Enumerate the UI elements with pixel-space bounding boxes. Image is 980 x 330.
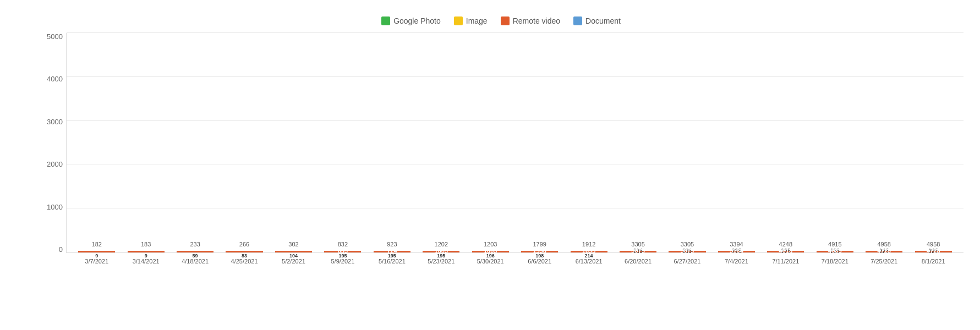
bar-stack: 9183 bbox=[128, 251, 165, 252]
bar-group: 195100312025/23/2021 bbox=[417, 251, 466, 252]
legend-label: Google Photo bbox=[393, 16, 441, 25]
remote-segment bbox=[423, 251, 459, 252]
remote-segment bbox=[620, 251, 656, 252]
bar-group: 91833/14/2021 bbox=[121, 251, 170, 252]
bar-stack: 19510031202 bbox=[423, 251, 459, 252]
bar-top-label: 4915 bbox=[828, 241, 841, 248]
y-axis-label: 2000 bbox=[39, 161, 66, 168]
bar-x-label: 6/20/2021 bbox=[625, 258, 651, 265]
plot-area: 91823/7/202191833/14/2021592334/18/20218… bbox=[66, 33, 963, 253]
bar-group: 225468549157/18/2021 bbox=[811, 251, 859, 252]
legend-label: Image bbox=[466, 16, 488, 25]
bar-stack: 19815961799 bbox=[521, 251, 558, 252]
remote-segment bbox=[767, 251, 804, 252]
y-axis-label: 3000 bbox=[39, 118, 66, 125]
legend-label: Remote video bbox=[513, 16, 560, 25]
bar-x-label: 5/23/2021 bbox=[428, 258, 455, 265]
bar-group: 225401842487/11/2021 bbox=[761, 251, 810, 252]
bar-stack: 22546854915 bbox=[817, 251, 853, 252]
bar-top-label: 3394 bbox=[730, 241, 743, 248]
remote-segment bbox=[177, 251, 213, 252]
remote-segment bbox=[571, 251, 607, 252]
bar-x-label: 3/14/2021 bbox=[133, 258, 160, 265]
bar-x-label: 5/2/2021 bbox=[282, 258, 305, 265]
remote-segment bbox=[817, 251, 853, 252]
legend-swatch bbox=[501, 16, 510, 25]
bar-stack: 22530753305 bbox=[669, 251, 705, 252]
bar-top-label: 302 bbox=[288, 241, 298, 248]
bar-top-label: 3305 bbox=[631, 241, 644, 248]
bar-group: 1957249235/16/2021 bbox=[368, 251, 417, 252]
bar-stack: 195633832 bbox=[324, 251, 361, 252]
bar-top-label: 1203 bbox=[484, 241, 497, 248]
bar-stack: 22531643394 bbox=[718, 251, 755, 252]
bar-group: 225472849588/1/2021 bbox=[908, 251, 957, 252]
remote-segment bbox=[374, 251, 410, 252]
remote-segment bbox=[324, 251, 361, 252]
y-axis-label: 4000 bbox=[39, 75, 66, 82]
bar-stack: 9182 bbox=[78, 251, 115, 252]
bar-x-label: 8/1/2021 bbox=[922, 258, 945, 265]
remote-segment bbox=[718, 251, 755, 252]
legend-item: Document bbox=[573, 16, 621, 25]
legend-item: Google Photo bbox=[381, 16, 441, 25]
y-axis-label: 0 bbox=[39, 246, 66, 253]
bar-group: 592334/18/2021 bbox=[171, 251, 220, 252]
remote-segment bbox=[226, 251, 262, 252]
bar-group: 196100312035/30/2021 bbox=[466, 251, 515, 252]
bar-group: 1956338325/9/2021 bbox=[318, 251, 367, 252]
bar-stack: 83266 bbox=[226, 251, 262, 252]
bar-stack: 59233 bbox=[177, 251, 213, 252]
bar-top-label: 3305 bbox=[681, 241, 694, 248]
bar-top-label: 183 bbox=[141, 241, 151, 248]
bar-stack: 22540184248 bbox=[767, 251, 804, 252]
bar-top-label: 832 bbox=[338, 241, 348, 248]
bar-top-label: 1912 bbox=[582, 241, 595, 248]
bar-x-label: 6/6/2021 bbox=[528, 258, 551, 265]
bar-x-label: 7/18/2021 bbox=[822, 258, 848, 265]
legend-item: Remote video bbox=[501, 16, 560, 25]
bar-x-label: 5/9/2021 bbox=[331, 258, 354, 265]
remote-segment bbox=[128, 251, 165, 252]
remote-segment bbox=[521, 251, 558, 252]
bar-stack: 22530753305 bbox=[620, 251, 656, 252]
bar-group: 225472849587/25/2021 bbox=[859, 251, 908, 252]
bar-top-label: 182 bbox=[92, 241, 102, 248]
legend-swatch bbox=[454, 16, 463, 25]
remote-segment bbox=[78, 251, 115, 252]
y-axis-label: 5000 bbox=[39, 33, 66, 40]
bar-group: 225316433947/4/2021 bbox=[712, 251, 761, 252]
bar-x-label: 5/30/2021 bbox=[477, 258, 504, 265]
legend-swatch bbox=[381, 16, 390, 25]
bar-group: 214169319126/13/2021 bbox=[564, 251, 613, 252]
bar-x-label: 4/18/2021 bbox=[182, 258, 209, 265]
bar-x-label: 6/27/2021 bbox=[674, 258, 701, 265]
bar-group: 225307533056/27/2021 bbox=[663, 251, 711, 252]
y-axis-label: 1000 bbox=[39, 204, 66, 211]
remote-segment bbox=[275, 251, 312, 252]
bar-stack: 19610031203 bbox=[472, 251, 509, 252]
bar-x-label: 7/4/2021 bbox=[725, 258, 748, 265]
bar-group: 832664/25/2021 bbox=[220, 251, 269, 252]
bar-top-label: 4958 bbox=[927, 241, 940, 248]
bar-x-label: 5/16/2021 bbox=[379, 258, 406, 265]
legend-item: Image bbox=[454, 16, 488, 25]
bar-top-label: 1202 bbox=[435, 241, 448, 248]
bar-x-label: 7/11/2021 bbox=[772, 258, 799, 265]
remote-segment bbox=[669, 251, 705, 252]
bar-x-label: 3/7/2021 bbox=[85, 258, 108, 265]
chart-container: Google PhotoImageRemote videoDocument 01… bbox=[0, 0, 980, 330]
bar-top-label: 4248 bbox=[779, 241, 792, 248]
bar-stack: 104302 bbox=[275, 251, 312, 252]
bar-stack: 22547284958 bbox=[915, 251, 952, 252]
bar-group: 198159617996/6/2021 bbox=[515, 251, 564, 252]
bar-top-label: 1799 bbox=[533, 241, 546, 248]
legend: Google PhotoImageRemote videoDocument bbox=[39, 16, 963, 25]
bar-stack: 21416931912 bbox=[571, 251, 607, 252]
bar-group: 1043025/2/2021 bbox=[269, 251, 318, 252]
bar-group: 91823/7/2021 bbox=[72, 251, 121, 252]
legend-swatch bbox=[573, 16, 582, 25]
legend-label: Document bbox=[585, 16, 621, 25]
chart-area: 010002000300040005000 91823/7/202191833/… bbox=[39, 33, 963, 270]
remote-segment bbox=[866, 251, 902, 252]
